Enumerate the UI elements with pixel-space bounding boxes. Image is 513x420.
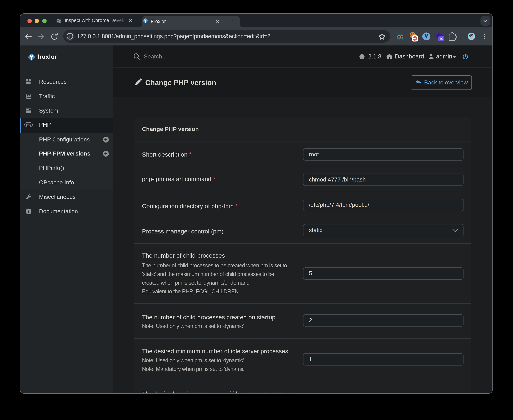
svg-text:19: 19	[439, 37, 443, 41]
svg-text:php: php	[26, 123, 31, 126]
